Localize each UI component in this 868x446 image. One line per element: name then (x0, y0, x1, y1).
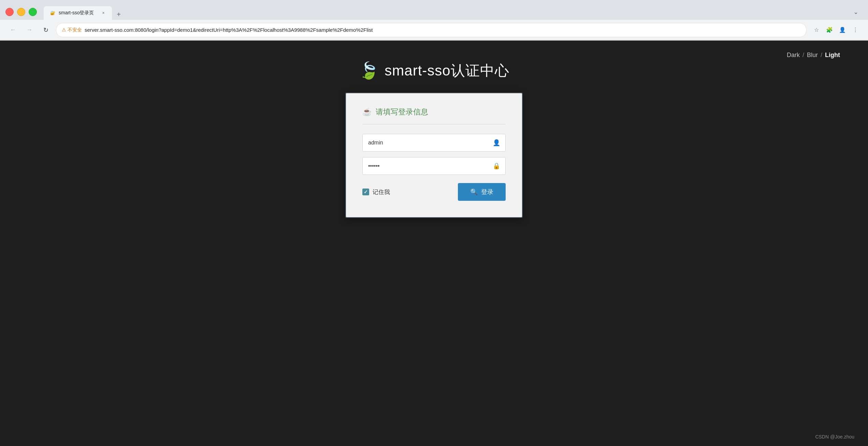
form-footer: 记住我 🔍 登录 (362, 183, 506, 201)
close-window-button[interactable] (5, 8, 14, 16)
back-button[interactable]: ← (7, 24, 19, 36)
title-bar: 🔐 smart-sso登录页 × + ⌄ (0, 0, 868, 20)
theme-divider-1: / (800, 52, 806, 59)
user-icon: 👤 (493, 139, 500, 147)
tab-bar: 🔐 smart-sso登录页 × + (44, 4, 849, 20)
page-footer: CSDN @Joe.zhou (815, 434, 854, 440)
login-card: ☕ 请填写登录信息 👤 🔒 记住我 🔍 登录 (345, 93, 523, 218)
page-content: Dark / Blur / Light 🍃 smart-sso认证中心 ☕ 请填… (0, 41, 868, 446)
minimize-window-button[interactable] (17, 8, 25, 16)
theme-switcher: Dark / Blur / Light (786, 50, 841, 60)
theme-dark-button[interactable]: Dark (786, 50, 800, 60)
tab-favicon: 🔐 (49, 10, 56, 16)
login-button-icon: 🔍 (470, 188, 478, 196)
reload-button[interactable]: ↻ (40, 24, 52, 36)
lock-icon: 🔒 (493, 162, 500, 170)
coffee-icon: ☕ (362, 108, 372, 116)
remember-me-text: 记住我 (373, 188, 390, 196)
leaf-icon: 🍃 (359, 62, 379, 79)
theme-light-button[interactable]: Light (824, 50, 841, 60)
theme-blur-button[interactable]: Blur (806, 50, 819, 60)
tab-close-button[interactable]: × (100, 10, 106, 16)
address-bar: ← → ↻ ⚠ 不安全 server.smart-sso.com:8080/lo… (0, 20, 868, 40)
login-button-label: 登录 (481, 188, 493, 196)
bookmark-button[interactable]: ☆ (811, 24, 822, 36)
address-input-wrap[interactable]: ⚠ 不安全 server.smart-sso.com:8080/login?ap… (56, 23, 807, 37)
password-group: 🔒 (362, 157, 506, 175)
tab-title: smart-sso登录页 (59, 10, 98, 16)
card-title: 请填写登录信息 (376, 107, 428, 117)
address-actions: ☆ 🧩 👤 ⋮ (811, 24, 861, 36)
card-header: ☕ 请填写登录信息 (362, 107, 506, 124)
new-tab-button[interactable]: + (113, 9, 124, 20)
browser-menu-chevron[interactable]: ⌄ (849, 8, 863, 16)
browser-chrome: 🔐 smart-sso登录页 × + ⌄ ← → ↻ ⚠ 不安全 server.… (0, 0, 868, 41)
address-url: server.smart-sso.com:8080/login?appId=de… (85, 27, 801, 33)
security-icon: ⚠ 不安全 (62, 27, 82, 33)
theme-divider-2: / (819, 52, 824, 59)
browser-tab[interactable]: 🔐 smart-sso登录页 × (44, 6, 112, 20)
forward-button[interactable]: → (23, 24, 35, 36)
traffic-lights (5, 8, 37, 16)
remember-me-checkbox[interactable] (362, 189, 369, 195)
username-group: 👤 (362, 134, 506, 152)
footer-credit: CSDN @Joe.zhou (815, 434, 854, 440)
account-button[interactable]: 👤 (837, 24, 848, 36)
remember-me-label[interactable]: 记住我 (362, 188, 390, 196)
extensions-button[interactable]: 🧩 (824, 24, 835, 36)
app-title: smart-sso认证中心 (385, 61, 509, 80)
username-input[interactable] (362, 134, 506, 152)
password-input[interactable] (362, 157, 506, 175)
app-header: 🍃 smart-sso认证中心 (359, 61, 509, 80)
browser-menu-button[interactable]: ⋮ (850, 24, 861, 36)
login-button[interactable]: 🔍 登录 (458, 183, 506, 201)
maximize-window-button[interactable] (29, 8, 37, 16)
